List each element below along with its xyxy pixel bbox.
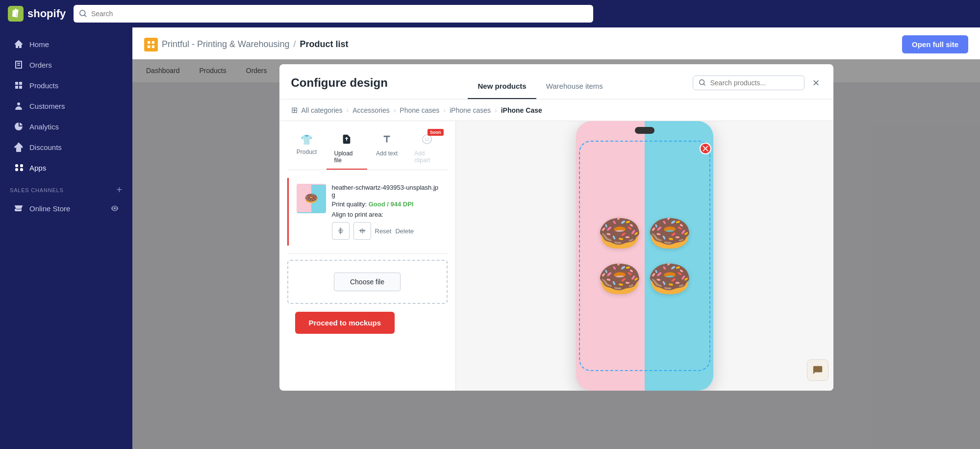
add-sales-channel-icon[interactable]: + bbox=[117, 184, 123, 196]
products-icon bbox=[14, 80, 24, 90]
cat-sep-4: › bbox=[495, 106, 497, 114]
phone-preview: 🍩 🍩 🍩 🍩 bbox=[566, 121, 723, 391]
online-store-icon bbox=[14, 203, 24, 213]
sidebar-item-apps-label: Apps bbox=[29, 164, 46, 172]
cat-iphone-cases[interactable]: iPhone cases bbox=[450, 106, 491, 114]
logo[interactable]: shopify bbox=[8, 6, 66, 22]
file-name: heather-schwartz-493953-unsplash.jpg bbox=[332, 184, 440, 199]
sidebar-item-home[interactable]: Home bbox=[4, 34, 128, 54]
sidebar-item-products[interactable]: Products bbox=[4, 75, 128, 95]
modal-search[interactable] bbox=[693, 75, 804, 90]
phone-case-shape: 🍩 🍩 🍩 🍩 bbox=[576, 121, 713, 391]
open-full-site-button[interactable]: Open full site bbox=[902, 35, 968, 53]
page-background: Dashboard Products Orders Branding Mocku… bbox=[132, 59, 980, 449]
sidebar-online-store-label: Online Store bbox=[29, 204, 70, 213]
search-bar[interactable] bbox=[74, 5, 593, 23]
search-icon bbox=[79, 10, 87, 18]
panel-separator bbox=[287, 253, 448, 254]
home-icon bbox=[14, 39, 24, 49]
cat-phone-cases[interactable]: Phone cases bbox=[400, 106, 439, 114]
sidebar-item-analytics[interactable]: Analytics bbox=[4, 117, 128, 136]
apps-icon bbox=[14, 163, 24, 173]
sidebar-item-customers-label: Customers bbox=[29, 102, 65, 110]
sidebar-item-orders[interactable]: Orders bbox=[4, 55, 128, 75]
cat-sep-3: › bbox=[443, 106, 446, 114]
choose-file-button[interactable]: Choose file bbox=[334, 273, 401, 291]
svg-rect-1 bbox=[144, 38, 158, 51]
file-details: heather-schwartz-493953-unsplash.jpg Pri… bbox=[332, 184, 440, 240]
align-actions: Reset Delete bbox=[332, 222, 440, 240]
modal-body: 👕 Product Upload file bbox=[279, 121, 833, 391]
tool-tab-upload-file[interactable]: Upload file bbox=[327, 129, 368, 170]
cat-all-categories[interactable]: All categories bbox=[302, 106, 343, 114]
sidebar-item-online-store[interactable]: Online Store bbox=[4, 199, 128, 218]
modal-title: Configure design bbox=[291, 76, 388, 98]
chat-icon bbox=[812, 365, 823, 375]
sidebar-item-home-label: Home bbox=[29, 40, 49, 49]
sidebar-item-discounts[interactable]: Discounts bbox=[4, 137, 128, 157]
svg-point-2 bbox=[423, 135, 431, 144]
breadcrumb-separator: / bbox=[293, 39, 296, 50]
right-panel: 🍩 🍩 🍩 🍩 bbox=[456, 121, 833, 391]
upload-icon bbox=[341, 134, 352, 147]
analytics-icon bbox=[14, 122, 24, 131]
modal-header-right: × bbox=[693, 75, 821, 98]
remove-image-button[interactable] bbox=[700, 143, 711, 154]
sidebar-item-discounts-label: Discounts bbox=[29, 143, 62, 151]
donut-3: 🍩 bbox=[598, 258, 642, 299]
modal-header: Configure design New products Warehouse … bbox=[279, 64, 833, 100]
app-logo-icon bbox=[144, 38, 158, 51]
choose-file-area: Choose file bbox=[287, 260, 448, 304]
close-icon bbox=[703, 146, 708, 151]
sidebar-item-orders-label: Orders bbox=[29, 61, 52, 69]
quality-value: Good / 944 DPI bbox=[369, 200, 414, 208]
donut-row-1: 🍩 🍩 bbox=[598, 212, 692, 254]
content-area: Printful - Printing & Warehousing / Prod… bbox=[132, 27, 980, 449]
logo-text: shopify bbox=[27, 7, 66, 20]
cat-sep-2: › bbox=[394, 106, 396, 114]
donut-design: 🍩 🍩 🍩 🍩 bbox=[576, 121, 713, 391]
modal-search-icon bbox=[699, 79, 706, 86]
donut-row-2: 🍩 🍩 bbox=[598, 258, 692, 299]
align-vertical-btn[interactable] bbox=[332, 222, 350, 240]
main-layout: Home Orders Products Customers Analytics… bbox=[0, 27, 980, 449]
configure-design-modal: Configure design New products Warehouse … bbox=[279, 64, 833, 391]
content-header: Printful - Printing & Warehousing / Prod… bbox=[132, 27, 980, 62]
modal-tabs: New products Warehouse items bbox=[468, 74, 612, 99]
file-quality: Print quality: Good / 944 DPI bbox=[332, 200, 440, 208]
modal-close-button[interactable]: × bbox=[810, 76, 821, 90]
sidebar: Home Orders Products Customers Analytics… bbox=[0, 27, 132, 449]
sidebar-item-customers[interactable]: Customers bbox=[4, 96, 128, 116]
customers-icon bbox=[14, 101, 24, 111]
eye-icon bbox=[111, 204, 119, 212]
sales-channels-section: SALES CHANNELS + bbox=[0, 178, 132, 198]
align-horizontal-btn[interactable] bbox=[353, 222, 371, 240]
sidebar-item-apps[interactable]: Apps bbox=[4, 158, 128, 177]
tab-new-products[interactable]: New products bbox=[468, 74, 536, 99]
tool-tab-add-clipart[interactable]: Soon Add clipart bbox=[406, 129, 448, 170]
proceed-to-mockups-button[interactable]: Proceed to mockups bbox=[295, 312, 395, 334]
breadcrumb: Printful - Printing & Warehousing / Prod… bbox=[144, 38, 348, 51]
reset-link[interactable]: Reset bbox=[375, 227, 392, 235]
page-title: Product list bbox=[300, 39, 348, 50]
delete-link[interactable]: Delete bbox=[395, 227, 414, 235]
tool-tab-product[interactable]: 👕 Product bbox=[287, 129, 327, 170]
soon-badge: Soon bbox=[427, 129, 444, 136]
category-breadcrumb: ⊞ All categories › Accessories › Phone c… bbox=[279, 100, 833, 121]
search-input[interactable] bbox=[91, 10, 587, 18]
tool-tab-add-text[interactable]: Add text bbox=[367, 129, 406, 170]
donut-2: 🍩 bbox=[648, 212, 692, 254]
chat-button[interactable] bbox=[807, 359, 829, 381]
align-label: Align to print area: bbox=[332, 211, 440, 218]
tab-warehouse-items[interactable]: Warehouse items bbox=[536, 74, 613, 99]
svg-point-4 bbox=[427, 138, 428, 139]
product-search-input[interactable] bbox=[710, 79, 798, 87]
text-icon bbox=[381, 134, 392, 147]
file-info-section: 🍩 heather-schwartz-493953-unsplash.jpg P… bbox=[287, 178, 448, 246]
cat-accessories[interactable]: Accessories bbox=[352, 106, 389, 114]
topbar: shopify bbox=[0, 0, 980, 27]
shirt-icon: 👕 bbox=[301, 134, 313, 146]
orders-icon bbox=[14, 60, 24, 70]
discounts-icon bbox=[14, 142, 24, 152]
svg-point-3 bbox=[425, 138, 426, 139]
